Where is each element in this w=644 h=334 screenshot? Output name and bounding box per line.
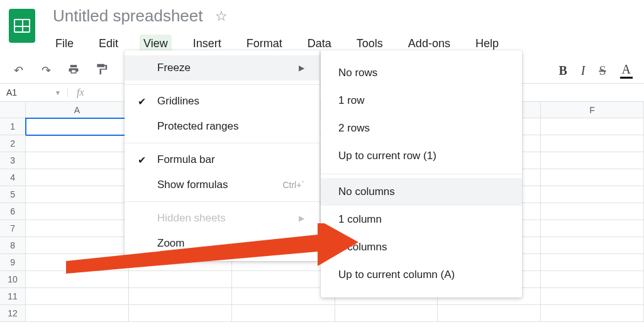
menu-item-label: Hidden sheets <box>157 212 226 225</box>
menu-item-label: Formula bar <box>157 153 215 166</box>
cell[interactable] <box>129 288 232 305</box>
redo-icon[interactable]: ↷ <box>39 64 53 77</box>
name-box-value: A1 <box>6 87 17 97</box>
column-header[interactable]: F <box>541 102 644 118</box>
cell[interactable] <box>541 288 644 305</box>
cell[interactable] <box>26 203 129 220</box>
row-header[interactable]: 7 <box>0 220 26 237</box>
print-icon[interactable] <box>67 64 80 78</box>
cell[interactable] <box>26 254 129 271</box>
cell[interactable] <box>541 152 644 169</box>
check-icon: ✔ <box>136 154 147 166</box>
menu-item-label: Up to current row (1) <box>338 150 436 162</box>
submenu-arrow-icon: ▶ <box>299 64 304 72</box>
row-header[interactable]: 5 <box>0 186 26 203</box>
cell[interactable] <box>232 288 335 305</box>
cell[interactable] <box>26 237 129 254</box>
cell[interactable] <box>26 271 129 288</box>
undo-icon[interactable]: ↶ <box>11 64 25 77</box>
cell[interactable] <box>541 118 644 135</box>
cell[interactable] <box>26 152 129 169</box>
text-color-button[interactable]: A <box>620 62 633 79</box>
menu-item-label: 1 column <box>338 213 382 226</box>
check-icon: ✔ <box>136 96 147 108</box>
bold-button[interactable]: B <box>558 64 567 78</box>
freeze-1-column[interactable]: 1 column <box>321 206 522 233</box>
cell[interactable] <box>129 271 232 288</box>
strikethrough-button[interactable]: S <box>599 64 606 78</box>
row-header[interactable]: 3 <box>0 152 26 169</box>
menu-item-label: 2 columns <box>338 241 387 253</box>
menu-item-label: Protected ranges <box>157 120 238 133</box>
cell[interactable] <box>438 305 541 322</box>
menu-item-label: Freeze <box>157 62 191 74</box>
row-header[interactable]: 11 <box>0 288 26 305</box>
menu-item-label: Zoom <box>157 237 184 250</box>
menu-item-label: 1 row <box>338 94 365 107</box>
cell[interactable] <box>541 203 644 220</box>
menu-item-label: 2 rows <box>338 122 370 135</box>
menu-item-freeze[interactable]: Freeze ▶ <box>125 55 319 81</box>
fx-label: fx <box>68 87 93 98</box>
cell[interactable] <box>26 186 129 203</box>
menu-item-hidden-sheets: Hidden sheets ▶ <box>125 206 319 231</box>
sheets-logo <box>9 9 35 43</box>
view-dropdown: Freeze ▶ ✔ Gridlines Protected ranges ✔ … <box>125 50 319 261</box>
menu-item-label: No columns <box>338 186 395 198</box>
row-header[interactable]: 12 <box>0 305 26 322</box>
cell[interactable] <box>541 186 644 203</box>
italic-button[interactable]: I <box>581 64 586 78</box>
row-header[interactable]: 4 <box>0 169 26 186</box>
menu-item-label: No rows <box>338 67 377 79</box>
paint-format-icon[interactable] <box>94 63 108 79</box>
menu-file[interactable]: File <box>52 35 77 53</box>
doc-title[interactable]: Untitled spreadsheet <box>52 4 204 28</box>
menu-edit[interactable]: Edit <box>95 35 122 53</box>
cell[interactable] <box>541 271 644 288</box>
cell[interactable] <box>26 135 129 152</box>
cell[interactable] <box>26 288 129 305</box>
menu-item-label: Gridlines <box>157 95 199 108</box>
select-all-corner[interactable] <box>0 102 26 118</box>
cell[interactable] <box>541 237 644 254</box>
cell[interactable] <box>335 305 438 322</box>
cell[interactable] <box>232 305 335 322</box>
cell[interactable] <box>541 169 644 186</box>
column-header[interactable]: A <box>26 102 129 118</box>
freeze-no-columns[interactable]: No columns <box>321 178 522 206</box>
cell[interactable] <box>541 220 644 237</box>
menu-item-protected-ranges[interactable]: Protected ranges <box>125 114 319 139</box>
chevron-down-icon: ▼ <box>55 89 61 96</box>
submenu-arrow-icon: ▶ <box>299 214 304 223</box>
name-box[interactable]: A1 ▼ <box>0 87 68 97</box>
freeze-up-to-row[interactable]: Up to current row (1) <box>321 142 522 170</box>
cell[interactable] <box>129 305 232 322</box>
submenu-arrow-icon: ▶ <box>299 239 304 248</box>
cell[interactable] <box>26 220 129 237</box>
menu-item-label: Up to current column (A) <box>338 269 455 281</box>
cell[interactable] <box>541 254 644 271</box>
menu-item-formula-bar[interactable]: ✔ Formula bar <box>125 147 319 172</box>
cell[interactable] <box>232 271 335 288</box>
row-header[interactable]: 6 <box>0 203 26 220</box>
row-header[interactable]: 8 <box>0 237 26 254</box>
freeze-no-rows[interactable]: No rows <box>321 59 522 87</box>
star-icon[interactable]: ☆ <box>215 8 228 25</box>
cell[interactable] <box>26 305 129 322</box>
menu-item-zoom[interactable]: Zoom ▶ <box>125 231 319 256</box>
cell[interactable] <box>541 305 644 322</box>
cell[interactable] <box>541 135 644 152</box>
menu-item-gridlines[interactable]: ✔ Gridlines <box>125 89 319 114</box>
row-header[interactable]: 9 <box>0 254 26 271</box>
freeze-2-columns[interactable]: 2 columns <box>321 233 522 261</box>
cell[interactable] <box>26 169 129 186</box>
row-header[interactable]: 1 <box>0 118 26 135</box>
freeze-up-to-column[interactable]: Up to current column (A) <box>321 261 522 289</box>
row-header[interactable]: 10 <box>0 271 26 288</box>
menu-item-show-formulas[interactable]: Show formulas Ctrl+` <box>125 172 319 198</box>
freeze-1-row[interactable]: 1 row <box>321 87 522 114</box>
cell[interactable] <box>26 118 129 135</box>
row-header[interactable]: 2 <box>0 135 26 152</box>
freeze-2-rows[interactable]: 2 rows <box>321 114 522 142</box>
menu-item-label: Show formulas <box>157 179 228 191</box>
